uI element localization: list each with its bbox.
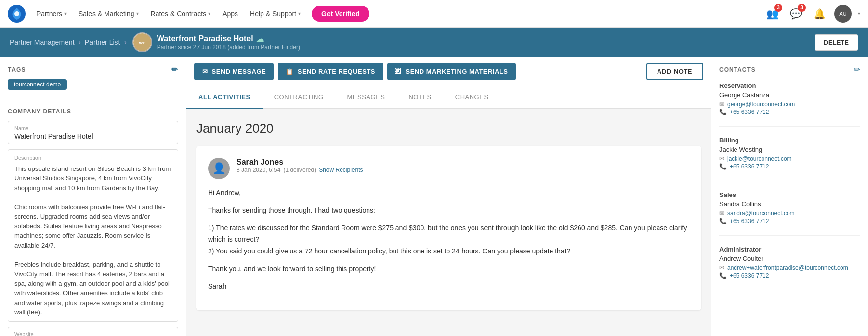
contact-phone[interactable]: 📞 +65 6336 7712 [719, 163, 860, 170]
contact-email[interactable]: ✉ sandra@tourconnect.com [719, 210, 860, 217]
send-message-button[interactable]: ✉ SEND MESSAGE [194, 63, 274, 80]
contacts-title: CONTACTS [719, 66, 756, 73]
nav-links: Partners ▾ Sales & Marketing ▾ Rates & C… [31, 6, 763, 22]
contact-email[interactable]: ✉ jackie@tourconnect.com [719, 155, 860, 162]
hotel-logo: WP [132, 32, 152, 52]
left-sidebar: TAGS ✏ tourconnect demo COMPANY DETAILS … [0, 57, 186, 336]
tab-changes[interactable]: CHANGES [444, 86, 500, 109]
breadcrumb-partner-list[interactable]: Partner List [85, 38, 120, 46]
contact-phone[interactable]: 📞 +65 6336 7712 [719, 218, 860, 224]
tags-edit-button[interactable]: ✏ [171, 65, 178, 74]
breadcrumb-separator-2: › [124, 38, 126, 47]
contact-email[interactable]: ✉ george@tourconnect.com [719, 101, 860, 108]
phone-icon: 📞 [719, 163, 727, 170]
nav-sales-marketing[interactable]: Sales & Marketing ▾ [74, 6, 144, 22]
nav-partners[interactable]: Partners ▾ [31, 6, 72, 22]
svg-point-1 [14, 11, 19, 16]
phone-link[interactable]: +65 6336 7712 [730, 218, 769, 224]
chevron-down-icon: ▾ [298, 11, 301, 16]
email-link[interactable]: andrew+waterfrontparadise@tourconnect.co… [727, 264, 848, 271]
get-verified-button[interactable]: Get Verified [312, 6, 369, 22]
message-line-1: Hi Andrew, [208, 187, 689, 199]
user-avatar[interactable]: AU [834, 5, 852, 23]
nav-apps[interactable]: Apps [217, 6, 243, 22]
tag-chip[interactable]: tourconnect demo [8, 79, 67, 90]
people-badge: 3 [774, 4, 782, 12]
month-heading: January 2020 [196, 121, 701, 136]
phone-icon: 📞 [719, 272, 727, 279]
message-header: 👤 Sarah Jones 8 Jan 2020, 6:54 (1 delive… [208, 158, 689, 179]
email-link[interactable]: jackie@tourconnect.com [727, 155, 792, 162]
notifications-icon-button[interactable]: 🔔 [811, 5, 828, 23]
user-chevron-down-icon[interactable]: ▾ [858, 11, 860, 16]
email-link[interactable]: george@tourconnect.com [727, 101, 795, 108]
show-recipients-link[interactable]: Show Recipients [319, 167, 363, 173]
tags-list: tourconnect demo [8, 79, 178, 92]
contacts-edit-button[interactable]: ✏ [854, 65, 860, 74]
send-marketing-materials-button[interactable]: 🖼 SEND MARKETING MATERIALS [387, 63, 516, 80]
company-description-field[interactable]: Description This upscale island resort o… [8, 149, 178, 322]
contact-name: Andrew Coulter [719, 255, 860, 262]
chevron-down-icon: ▾ [136, 11, 139, 16]
tab-messages[interactable]: MESSAGES [336, 86, 397, 109]
cloud-upload-icon[interactable]: ☁ [256, 34, 264, 44]
contact-email[interactable]: ✉ andrew+waterfrontparadise@tourconnect.… [719, 264, 860, 271]
tab-notes[interactable]: NOTES [396, 86, 443, 109]
hotel-partner-since: Partner since 27 Jun 2018 (added from Pa… [157, 44, 300, 51]
message-line-2: Thanks for sending those through. I had … [208, 205, 689, 217]
breadcrumb-hotel-info: WP Waterfront Paradise Hotel ☁ Partner s… [132, 32, 300, 52]
chevron-down-icon: ▾ [64, 11, 67, 16]
bell-icon: 🔔 [814, 8, 826, 20]
messages-badge: 3 [798, 4, 806, 12]
contact-name: Jackie Westing [719, 146, 860, 153]
right-sidebar: CONTACTS ✏ Reservation George Castanza ✉… [711, 57, 868, 336]
phone-icon: 📞 [719, 109, 727, 115]
messages-icon-button[interactable]: 💬 3 [787, 5, 805, 23]
phone-link[interactable]: +65 6336 7712 [730, 272, 769, 279]
phone-link[interactable]: +65 6336 7712 [730, 163, 769, 170]
contact-group: Billing Jackie Westing ✉ jackie@tourconn… [719, 137, 860, 181]
contact-name: Sandra Collins [719, 200, 860, 208]
delete-button[interactable]: DELETE [815, 34, 858, 51]
sidebar-divider [8, 100, 178, 100]
contact-phone[interactable]: 📞 +65 6336 7712 [719, 109, 860, 115]
people-icon-button[interactable]: 👥 3 [763, 5, 781, 23]
message-line-5: Sarah [208, 281, 689, 293]
logo[interactable] [8, 5, 26, 23]
tabs-bar: ALL ACTIVITIES CONTRACTING MESSAGES NOTE… [186, 86, 711, 109]
sender-info: Sarah Jones 8 Jan 2020, 6:54 (1 delivere… [237, 158, 363, 173]
delivered-count: (1 delivered) [283, 167, 316, 173]
document-icon: 📋 [286, 68, 294, 75]
breadcrumb-partner-management[interactable]: Partner Management [10, 38, 75, 46]
sender-avatar: 👤 [208, 158, 230, 179]
photo-icon: 🖼 [395, 68, 402, 75]
add-note-button[interactable]: ADD NOTE [646, 63, 703, 80]
envelope-icon: ✉ [202, 68, 208, 75]
person-icon: 👤 [212, 162, 226, 175]
email-link[interactable]: sandra@tourconnect.com [727, 210, 795, 217]
top-navigation: Partners ▾ Sales & Marketing ▾ Rates & C… [0, 0, 868, 28]
contact-phone[interactable]: 📞 +65 6336 7712 [719, 272, 860, 279]
breadcrumb-separator-1: › [79, 38, 81, 47]
hotel-details: Waterfront Paradise Hotel ☁ Partner sinc… [157, 34, 300, 51]
contacts-header: CONTACTS ✏ [719, 65, 860, 74]
phone-link[interactable]: +65 6336 7712 [730, 109, 769, 115]
description-text: This upscale island resort on Siloso Bea… [14, 164, 172, 317]
company-name-field: Name Waterfront Paradise Hotel [8, 121, 178, 144]
email-icon: ✉ [719, 210, 724, 217]
contact-role: Sales [719, 191, 860, 198]
tags-section-header: TAGS ✏ [8, 65, 178, 74]
contact-role: Reservation [719, 82, 860, 89]
contacts-list: Reservation George Castanza ✉ george@tou… [719, 82, 860, 290]
tab-contracting[interactable]: CONTRACTING [263, 86, 336, 109]
nav-help-support[interactable]: Help & Support ▾ [245, 6, 306, 22]
nav-rates-contracts[interactable]: Rates & Contracts ▾ [146, 6, 216, 22]
sent-date: 8 Jan 2020, 6:54 [237, 167, 280, 173]
send-rate-requests-button[interactable]: 📋 SEND RATE REQUESTS [278, 63, 383, 80]
tab-all-activities[interactable]: ALL ACTIVITIES [186, 86, 263, 109]
phone-icon: 📞 [719, 218, 727, 224]
message-card: 👤 Sarah Jones 8 Jan 2020, 6:54 (1 delive… [196, 146, 701, 310]
email-icon: ✉ [719, 101, 724, 108]
company-details-header: COMPANY DETAILS [8, 108, 178, 115]
sender-meta: 8 Jan 2020, 6:54 (1 delivered) Show Reci… [237, 167, 363, 173]
